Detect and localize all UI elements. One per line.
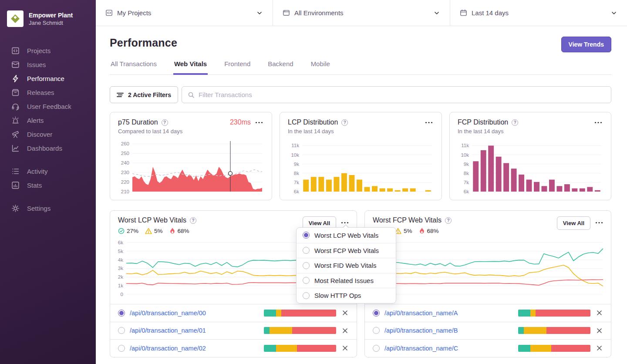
sidebar-item-user-feedback[interactable]: User Feedback: [0, 99, 96, 113]
menu-item-worst-lcp[interactable]: Worst LCP Web Vitals: [297, 228, 396, 243]
overflow-menu-button[interactable]: [594, 220, 604, 226]
project-selector[interactable]: My Projects: [96, 0, 273, 26]
warning-triangle-icon: [145, 228, 152, 234]
worst-fcp-chart[interactable]: 01k2k3k4k5k6k: [367, 236, 605, 301]
active-filters-button[interactable]: 2 Active Filters: [110, 86, 178, 103]
sidebar-item-projects[interactable]: Projects: [0, 44, 96, 57]
siren-icon: [11, 116, 20, 125]
sidebar-item-label: Projects: [27, 47, 51, 54]
sidebar-item-label: Performance: [27, 75, 64, 82]
ellipsis-icon: [341, 222, 349, 224]
radio-button[interactable]: [373, 310, 380, 317]
sidebar-item-stats[interactable]: Stats: [0, 178, 96, 192]
date-range-selector[interactable]: Last 14 days: [450, 0, 627, 26]
transaction-link[interactable]: /api/0/transaction_name/A: [384, 310, 458, 317]
user-name: Jane Schmidt: [29, 20, 73, 26]
tab-frontend[interactable]: Frontend: [223, 60, 251, 75]
menu-item-slow-http-ops[interactable]: Slow HTTP Ops: [297, 288, 396, 303]
overflow-menu-button[interactable]: [254, 120, 264, 125]
overflow-menu-button[interactable]: [424, 120, 434, 125]
radio-button[interactable]: [373, 345, 380, 352]
vitals-breakdown-bar[interactable]: [518, 327, 590, 334]
fcp-distribution-chart[interactable]: 6k7k8k9k10k11k: [458, 139, 603, 194]
help-icon[interactable]: ?: [512, 119, 518, 126]
org-name: Empower Plant: [29, 11, 73, 19]
sidebar-nav: Projects Issues Performance Releases Use…: [0, 44, 96, 215]
close-icon[interactable]: [595, 327, 603, 335]
transaction-link[interactable]: /api/0/transaction_name/C: [384, 345, 458, 352]
sidebar-item-alerts[interactable]: Alerts: [0, 113, 96, 127]
view-trends-button[interactable]: View Trends: [561, 37, 611, 52]
card-title: Worst LCP Web Vitals: [118, 216, 186, 224]
search-input[interactable]: [199, 91, 605, 98]
vitals-breakdown-bar[interactable]: [264, 345, 336, 352]
org-logo: [7, 10, 24, 27]
menu-item-worst-fcp[interactable]: Worst FCP Web Vitals: [297, 243, 396, 258]
svg-text:6k: 6k: [118, 240, 123, 245]
sidebar-item-settings[interactable]: Settings: [0, 201, 96, 215]
sidebar-item-issues[interactable]: Issues: [0, 57, 96, 71]
environment-selector[interactable]: All Environments: [273, 0, 450, 26]
radio-button[interactable]: [373, 327, 380, 334]
check-circle-icon: [118, 228, 125, 234]
radio-button[interactable]: [118, 310, 125, 317]
help-icon[interactable]: ?: [190, 217, 196, 224]
overflow-menu-button[interactable]: [593, 120, 603, 125]
close-icon[interactable]: [341, 344, 349, 352]
chevron-down-icon: [610, 10, 617, 17]
tab-backend[interactable]: Backend: [267, 60, 294, 75]
radio-button: [303, 232, 310, 239]
chevron-down-icon: [256, 10, 263, 17]
sidebar-item-discover[interactable]: Discover: [0, 127, 96, 141]
menu-item-most-related-issues[interactable]: Most Related Issues: [297, 273, 396, 288]
table-row: /api/0/transaction_name/C: [365, 339, 611, 357]
p75-duration-chart[interactable]: 210220230240250260: [118, 139, 264, 194]
ellipsis-icon: [255, 121, 263, 124]
sidebar-item-performance[interactable]: Performance: [0, 71, 96, 85]
close-icon[interactable]: [595, 344, 603, 352]
sidebar-item-label: Issues: [27, 61, 46, 68]
tab-mobile[interactable]: Mobile: [310, 60, 331, 75]
vitals-breakdown-bar[interactable]: [264, 327, 336, 334]
radio-button[interactable]: [118, 327, 125, 334]
sidebar-item-label: Discover: [27, 131, 52, 138]
transaction-link[interactable]: /api/0/transaction_name/02: [130, 345, 206, 352]
vitals-breakdown-bar[interactable]: [518, 345, 590, 352]
help-icon[interactable]: ?: [162, 119, 168, 126]
sidebar-item-label: Stats: [27, 182, 42, 189]
close-icon[interactable]: [341, 327, 349, 335]
vitals-breakdown-bar[interactable]: [518, 310, 590, 317]
tab-bar: All Transactions Web Vitals Frontend Bac…: [110, 60, 611, 75]
menu-item-worst-fid[interactable]: Worst FID Web Vitals: [297, 258, 396, 273]
flame-icon: [419, 227, 425, 234]
svg-text:240: 240: [121, 160, 129, 165]
poor-vitals-badge: 68%: [169, 227, 189, 234]
close-icon[interactable]: [341, 309, 349, 317]
chevron-down-icon: [433, 10, 440, 17]
org-switcher[interactable]: Empower Plant Jane Schmidt: [0, 9, 96, 27]
sidebar-item-activity[interactable]: Activity: [0, 164, 96, 178]
good-vitals-badge: 27%: [118, 228, 138, 234]
help-icon[interactable]: ?: [341, 119, 348, 126]
activity-icon: [11, 167, 20, 175]
sidebar-item-dashboards[interactable]: Dashboards: [0, 141, 96, 155]
help-icon[interactable]: ?: [445, 217, 452, 224]
transaction-link[interactable]: /api/0/transaction_name/01: [130, 327, 206, 334]
tab-web-vitals[interactable]: Web Vitals: [173, 60, 208, 75]
transaction-link[interactable]: /api/0/transaction_name/B: [384, 327, 458, 334]
tab-all-transactions[interactable]: All Transactions: [110, 60, 158, 75]
svg-text:11k: 11k: [291, 143, 299, 148]
radio-button: [303, 262, 310, 269]
vitals-breakdown-bar[interactable]: [264, 310, 336, 317]
search-box: [182, 86, 611, 103]
main-area: My Projects All Environments Last 14 day…: [96, 0, 627, 364]
lcp-distribution-chart[interactable]: 6k7k8k9k10k11k: [288, 139, 434, 194]
radio-button[interactable]: [118, 345, 125, 352]
view-all-button[interactable]: View All: [557, 216, 590, 230]
sidebar-item-releases[interactable]: Releases: [0, 85, 96, 99]
empower-plant-logo-icon: [9, 12, 22, 25]
svg-text:7k: 7k: [464, 180, 469, 185]
poor-vitals-badge: 68%: [419, 227, 439, 234]
close-icon[interactable]: [595, 309, 603, 317]
transaction-link[interactable]: /api/0/transaction_name/00: [130, 310, 206, 317]
